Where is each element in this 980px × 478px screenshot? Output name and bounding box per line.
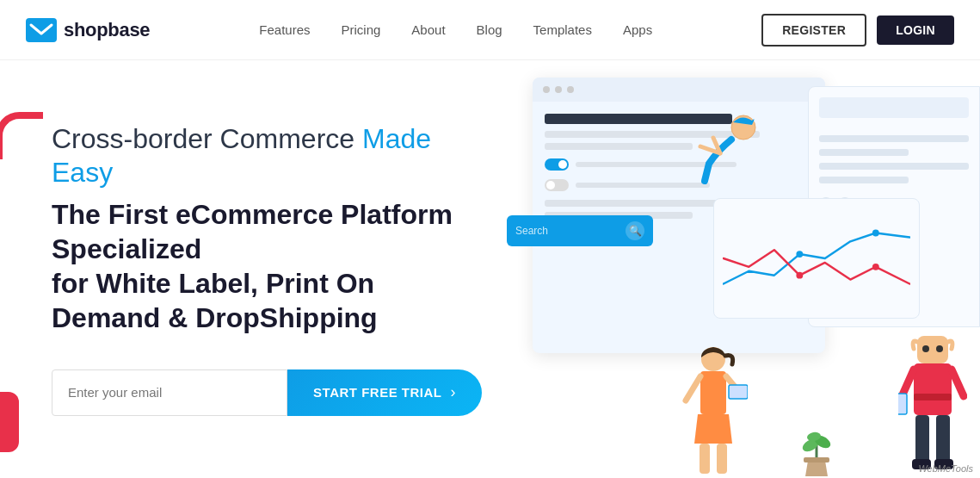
watermark: WebMeTools [918,463,973,474]
plant-decoration [795,426,838,478]
nav-apps[interactable]: Apps [623,22,652,37]
svg-point-3 [796,272,803,279]
svg-line-12 [686,376,700,400]
hero-illustration: Search 🔍 [498,60,980,478]
svg-rect-0 [26,18,57,42]
nav-features[interactable]: Features [259,22,310,37]
tagline-prefix: Cross-border Commerce [52,123,362,154]
right-panel-row-3 [819,163,969,170]
login-button[interactable]: LOGIN [877,16,954,45]
svg-line-25 [952,369,964,396]
person-working [666,103,778,215]
svg-rect-27 [804,457,829,462]
search-bar: Search 🔍 [507,215,653,246]
logo-text: shopbase [64,19,150,41]
person-standing-left [679,340,748,478]
nav-about[interactable]: About [411,22,445,37]
svg-point-4 [872,264,879,270]
right-panel-row-1 [819,135,969,142]
nav-blog[interactable]: Blog [477,22,502,37]
browser-toggle-2 [545,179,569,191]
svg-point-1 [796,251,803,258]
svg-point-17 [936,345,943,352]
arrow-icon: › [451,383,457,401]
svg-rect-14 [729,385,748,399]
browser-bar [533,78,825,102]
email-input[interactable] [52,369,287,416]
hero-cta: START FREE TRIAL › [52,369,482,416]
search-icon: 🔍 [626,221,644,240]
logo[interactable]: shopbase [26,18,150,42]
hero-title: The First eCommerce Platform Specialized… [52,197,482,335]
svg-point-16 [922,345,929,352]
svg-rect-21 [936,415,950,462]
person-standing-right [898,332,967,478]
svg-rect-9 [700,371,726,414]
browser-dot-1 [543,86,550,93]
right-panel-header [819,97,969,118]
logo-icon [26,18,57,42]
svg-rect-19 [914,394,952,400]
nav-templates[interactable]: Templates [533,22,592,37]
svg-rect-15 [917,336,948,363]
header-actions: REGISTER LOGIN [761,14,954,47]
hero-tagline: Cross-border Commerce Made Easy [52,122,482,189]
right-panel-row-4 [819,177,909,183]
hero-section: Cross-border Commerce Made Easy The Firs… [0,60,980,478]
start-trial-button[interactable]: START FREE TRIAL › [287,369,482,416]
main-nav: Features Pricing About Blog Templates Ap… [259,22,652,37]
analytics-panel [713,198,920,319]
svg-rect-20 [915,415,929,462]
svg-rect-18 [914,363,952,415]
svg-rect-26 [898,394,907,414]
right-panel-row-2 [819,149,909,156]
header: shopbase Features Pricing About Blog Tem… [0,0,980,60]
hero-content: Cross-border Commerce Made Easy The Firs… [0,122,482,416]
chart-svg [723,208,910,309]
search-text: Search [515,225,548,237]
browser-dot-3 [567,86,574,93]
svg-point-2 [872,230,879,237]
svg-rect-11 [717,444,727,474]
svg-rect-10 [700,444,710,474]
nav-pricing[interactable]: Pricing [342,22,381,37]
browser-dot-2 [555,86,562,93]
browser-toggle-1 [545,158,569,171]
register-button[interactable]: REGISTER [761,14,866,47]
